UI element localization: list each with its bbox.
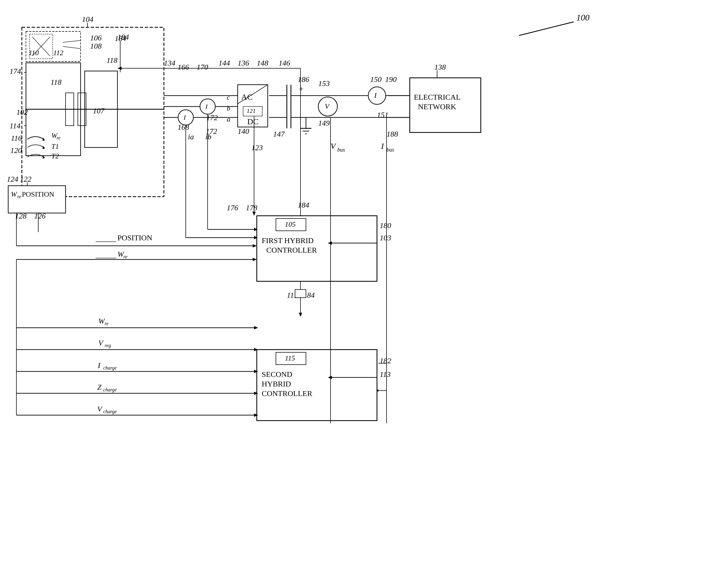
svg-text:113: 113: [380, 370, 391, 378]
svg-text:134: 134: [164, 59, 175, 67]
svg-text:106: 106: [90, 34, 102, 42]
svg-text:re: re: [105, 321, 108, 326]
svg-text:104: 104: [82, 15, 93, 23]
svg-text:176: 176: [227, 204, 238, 212]
svg-text:I: I: [374, 92, 377, 99]
svg-text:ia: ia: [188, 133, 194, 141]
svg-text:168: 168: [177, 123, 189, 132]
svg-text:150: 150: [370, 75, 382, 84]
svg-text:144: 144: [218, 59, 230, 67]
svg-text:HYBRID: HYBRID: [262, 380, 291, 388]
svg-text:charge: charge: [103, 387, 117, 393]
svg-text:126: 126: [34, 212, 46, 220]
svg-text:174: 174: [9, 67, 21, 75]
svg-text:I: I: [205, 103, 208, 110]
svg-text:124: 124: [7, 175, 18, 183]
svg-text:170: 170: [197, 63, 208, 71]
svg-text:CONTROLLER: CONTROLLER: [262, 389, 312, 398]
svg-text:bus: bus: [337, 147, 345, 153]
svg-text:charge: charge: [103, 365, 117, 371]
svg-rect-0: [0, 0, 728, 573]
svg-text:112: 112: [53, 49, 63, 57]
svg-text:128: 128: [15, 212, 27, 220]
svg-text:a: a: [227, 115, 230, 123]
svg-text:136: 136: [238, 59, 249, 67]
svg-rect-157: [295, 290, 306, 298]
svg-text:138: 138: [434, 63, 446, 71]
svg-text:116: 116: [11, 134, 22, 142]
svg-text:188: 188: [386, 130, 398, 138]
svg-point-57: [200, 99, 215, 114]
svg-text:I: I: [183, 114, 186, 121]
svg-text:149: 149: [318, 119, 330, 127]
svg-text:108: 108: [90, 42, 102, 50]
svg-text:153: 153: [318, 79, 330, 88]
svg-text:103: 103: [380, 233, 391, 242]
svg-text:120: 120: [10, 146, 22, 155]
svg-text:c: c: [227, 93, 230, 101]
svg-text:re: re: [57, 135, 60, 141]
svg-text:148: 148: [257, 59, 268, 67]
svg-text:Z: Z: [97, 383, 102, 392]
svg-text:AC: AC: [241, 92, 253, 101]
svg-rect-108: [8, 186, 65, 213]
svg-text:POSITION: POSITION: [117, 233, 152, 242]
svg-text:121: 121: [247, 107, 256, 114]
svg-text:186: 186: [298, 75, 309, 84]
svg-text:146: 146: [279, 59, 290, 67]
svg-text:107: 107: [93, 107, 105, 115]
svg-text:re: re: [17, 194, 21, 199]
svg-text:147: 147: [273, 130, 285, 138]
svg-text:NETWORK: NETWORK: [418, 102, 456, 111]
svg-text:POSITION: POSITION: [22, 190, 54, 198]
svg-text:re: re: [123, 254, 127, 259]
svg-point-89: [368, 87, 386, 104]
svg-text:W: W: [11, 190, 17, 198]
svg-text:166: 166: [177, 63, 189, 71]
svg-text:190: 190: [385, 75, 397, 84]
svg-text:SECOND: SECOND: [262, 370, 292, 378]
svg-text:118: 118: [107, 56, 117, 64]
svg-text:184: 184: [115, 34, 126, 43]
diagram-container: 100 104 102 114 116 W re T1 T2 107 118 1…: [0, 0, 728, 573]
svg-text:V: V: [98, 338, 104, 347]
svg-text:110: 110: [29, 49, 39, 57]
svg-text:T2: T2: [51, 152, 59, 160]
svg-text:V: V: [97, 405, 103, 413]
svg-text:ELECTRICAL: ELECTRICAL: [414, 93, 461, 101]
svg-text:+: +: [299, 85, 304, 93]
svg-text:I: I: [98, 361, 101, 369]
svg-text:bus: bus: [386, 147, 394, 153]
svg-text:CONTROLLER: CONTROLLER: [266, 246, 317, 254]
svg-text:reg: reg: [105, 343, 111, 348]
svg-text:105: 105: [285, 220, 296, 228]
svg-text:180: 180: [380, 221, 391, 230]
svg-text:140: 140: [238, 127, 249, 136]
svg-text:182: 182: [380, 356, 391, 365]
svg-text:b: b: [227, 104, 230, 112]
svg-text:FIRST HYBRID: FIRST HYBRID: [262, 236, 314, 245]
svg-text:100: 100: [576, 12, 589, 22]
svg-text:118: 118: [51, 78, 61, 86]
svg-text:T1: T1: [51, 143, 59, 151]
svg-text:122: 122: [20, 175, 32, 183]
svg-text:DC: DC: [247, 117, 259, 126]
svg-text:184: 184: [298, 201, 309, 209]
svg-text:115: 115: [285, 354, 295, 362]
svg-text:172: 172: [206, 113, 218, 122]
svg-text:114: 114: [9, 121, 20, 130]
svg-text:charge: charge: [103, 409, 117, 414]
svg-text:123: 123: [251, 143, 263, 152]
svg-text:178: 178: [246, 204, 257, 212]
